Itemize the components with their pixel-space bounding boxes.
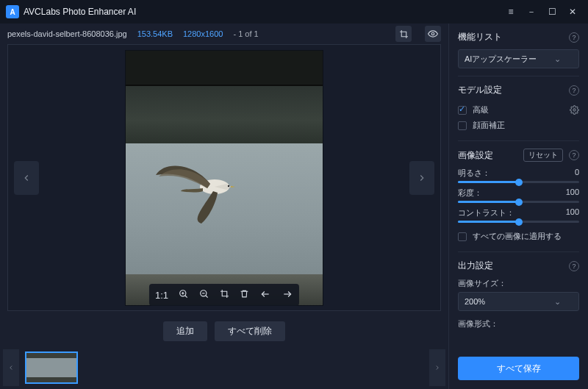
contrast-label: コントラスト： [458, 207, 514, 218]
output-format-label: 画像形式： [458, 318, 579, 329]
facefix-checkbox[interactable] [458, 121, 467, 130]
close-icon[interactable]: ✕ [563, 2, 582, 21]
prev-image-button[interactable] [14, 161, 39, 195]
saturation-label: 彩度： [458, 188, 482, 199]
left-pane: pexels-david-selbert-8608036.jpg 153.54K… [0, 24, 448, 389]
brightness-label: 明るさ： [458, 168, 490, 179]
help-icon[interactable]: ? [569, 85, 579, 96]
feature-select-value: AIアップスケーラー [465, 54, 537, 65]
saturation-slider[interactable]: 彩度： 100 [458, 188, 579, 203]
apply-all-label: すべての画像に適用する [473, 231, 562, 242]
undo-arrow-icon[interactable] [259, 289, 271, 301]
reset-button[interactable]: リセット [523, 149, 563, 162]
zoom-out-icon[interactable] [199, 289, 209, 301]
action-row: 追加 すべて削除 [0, 315, 448, 346]
save-all-button[interactable]: すべて保存 [458, 357, 579, 380]
thumbnail-strip [0, 346, 448, 389]
help-icon[interactable]: ? [569, 261, 579, 271]
brightness-slider[interactable]: 明るさ： 0 [458, 168, 579, 183]
fit-actual-button[interactable]: 1:1 [155, 290, 168, 301]
zoom-in-icon[interactable] [179, 289, 189, 301]
brightness-value: 0 [575, 168, 579, 179]
svg-point-0 [431, 32, 434, 35]
thumbnail-1[interactable] [25, 351, 78, 384]
feature-select[interactable]: AIアップスケーラー ⌄ [458, 49, 579, 68]
advanced-label: 高級 [473, 104, 489, 115]
crop-icon[interactable] [395, 26, 412, 42]
section-image-settings: 画像設定 リセット ? 明るさ： 0 彩度： 1 [458, 149, 579, 252]
window-controls: ≡ － ☐ ✕ [501, 2, 582, 21]
facefix-label: 顔面補正 [473, 120, 505, 131]
chevron-down-icon: ⌄ [554, 54, 561, 64]
features-title: 機能リスト [458, 31, 502, 43]
file-size: 153.54KB [137, 29, 173, 38]
minimize-icon[interactable]: － [522, 2, 541, 21]
model-title: モデル設定 [458, 84, 502, 96]
contrast-value: 100 [566, 207, 579, 218]
chevron-down-icon: ⌄ [554, 297, 561, 307]
advanced-checkbox[interactable] [458, 106, 467, 115]
output-size-label: 画像サイズ： [458, 278, 579, 289]
file-index: - 1 of 1 [233, 29, 258, 38]
thumb-prev-button[interactable] [3, 349, 19, 386]
image-settings-title: 画像設定 [458, 149, 493, 162]
output-title: 出力設定 [458, 260, 493, 272]
app-title: AVCLabs Photo Enhancer AI [24, 7, 136, 17]
titlebar-left: A AVCLabs Photo Enhancer AI [6, 5, 136, 18]
svg-point-2 [227, 185, 229, 187]
help-icon[interactable]: ? [569, 32, 579, 43]
settings-panel: 機能リスト ? AIアップスケーラー ⌄ モデル設定 ? 高級 [448, 24, 588, 389]
maximize-icon[interactable]: ☐ [542, 2, 562, 21]
svg-line-4 [185, 295, 187, 297]
viewer-toolbar: 1:1 [149, 284, 299, 306]
section-features: 機能リスト ? AIアップスケーラー ⌄ [458, 31, 579, 76]
help-icon[interactable]: ? [569, 150, 579, 160]
section-output: 出力設定 ? 画像サイズ： 200% ⌄ 画像形式： [458, 260, 579, 337]
svg-line-8 [206, 295, 208, 297]
redo-arrow-icon[interactable] [282, 289, 293, 301]
menu-icon[interactable]: ≡ [501, 2, 520, 21]
thumb-track [22, 351, 426, 384]
gear-icon[interactable] [570, 105, 579, 115]
output-size-value: 200% [465, 297, 485, 306]
apply-all-checkbox[interactable] [458, 232, 467, 241]
save-bar: すべて保存 [449, 349, 588, 389]
app-logo: A [6, 5, 19, 18]
apply-all-row: すべての画像に適用する [458, 229, 579, 244]
output-size-select[interactable]: 200% ⌄ [458, 292, 579, 311]
file-dimensions: 1280x1600 [183, 29, 223, 38]
crop-tool-icon[interactable] [220, 289, 229, 301]
preview-image [125, 50, 323, 306]
delete-all-button[interactable]: すべて削除 [215, 321, 285, 341]
thumb-next-button[interactable] [429, 349, 445, 386]
bird-illustration [150, 150, 268, 231]
file-info-bar: pexels-david-selbert-8608036.jpg 153.54K… [0, 24, 448, 44]
contrast-slider[interactable]: コントラスト： 100 [458, 207, 579, 223]
image-viewer: 1:1 [7, 44, 441, 311]
facefix-row: 顔面補正 [458, 118, 579, 133]
svg-point-12 [573, 109, 576, 111]
saturation-value: 100 [566, 188, 579, 199]
section-model: モデル設定 ? 高級 顔面補正 [458, 84, 579, 141]
file-name: pexels-david-selbert-8608036.jpg [7, 29, 127, 38]
next-image-button[interactable] [409, 161, 434, 195]
add-button[interactable]: 追加 [163, 321, 207, 341]
delete-icon[interactable] [240, 289, 249, 301]
advanced-row: 高級 [458, 102, 579, 118]
titlebar: A AVCLabs Photo Enhancer AI ≡ － ☐ ✕ [0, 0, 588, 24]
preview-eye-icon[interactable] [425, 26, 441, 42]
